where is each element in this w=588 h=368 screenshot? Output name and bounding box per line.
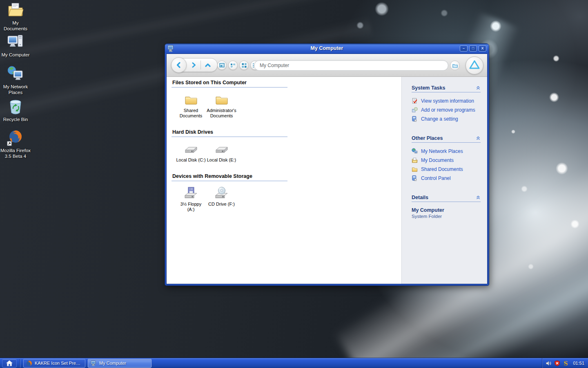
link-change-a-setting[interactable]: Change a setting <box>412 115 481 122</box>
section-title: Devices with Removable Storage <box>172 173 287 181</box>
cd-drive-icon <box>215 186 229 200</box>
system-tasks-panel: System Tasks <box>412 85 481 122</box>
section-items: Shared Documents <box>176 93 287 119</box>
panel-links: View system information <box>412 97 481 122</box>
item-shared-documents[interactable]: Shared Documents <box>176 93 206 119</box>
maximize-button[interactable]: □ <box>469 45 477 52</box>
up-button[interactable] <box>202 59 214 71</box>
window-body: My Computer <box>166 54 488 284</box>
window-controls: – □ X <box>460 45 486 52</box>
collapse-chevron-icon[interactable] <box>476 136 481 140</box>
item-label: Local Disk (C:) <box>176 157 205 163</box>
task-my-computer[interactable]: My Computer <box>88 359 151 368</box>
item-administrators-documents[interactable]: Administrator's Documents <box>206 93 237 119</box>
back-button[interactable] <box>171 57 187 73</box>
desktop-icon-my-computer[interactable]: My Computer <box>0 33 31 58</box>
taskbar-divider <box>20 359 20 368</box>
task-kakre-icon-set[interactable]: KAKRE Icon Set Previ... <box>23 359 85 368</box>
hard-disk-icon <box>215 142 229 156</box>
link-view-system-information[interactable]: View system information <box>412 97 481 104</box>
details-item-name: My Computer <box>412 207 481 213</box>
navigation-group <box>172 58 218 72</box>
logo-button[interactable] <box>466 56 483 74</box>
add-remove-programs-icon <box>412 107 418 113</box>
panel-links: My Network Places My Documents <box>412 148 481 182</box>
go-button[interactable] <box>450 61 460 70</box>
task-sidebar: System Tasks <box>401 77 487 284</box>
address-bar[interactable]: My Computer <box>254 60 448 71</box>
desktop-icon-my-documents[interactable]: My Documents <box>0 1 31 31</box>
toolbar: My Computer <box>167 54 487 77</box>
desktop-icon-label: Recycle Bin <box>3 117 28 122</box>
desktop-icon-label: My Computer <box>1 52 29 58</box>
forward-icon <box>190 62 197 68</box>
link-my-documents[interactable]: My Documents <box>412 157 481 164</box>
collapse-chevron-icon[interactable] <box>476 195 481 200</box>
taskbar-clock[interactable]: 01:51 <box>573 361 584 366</box>
folder-icon <box>184 93 198 107</box>
icons-view-icon <box>242 63 247 68</box>
desktop: My Documents My Computer <box>0 0 588 368</box>
section-files-stored: Files Stored on This Computer Shared <box>172 80 287 119</box>
firefox-icon <box>7 128 24 146</box>
desktop-icon-label: My Documents <box>0 20 31 31</box>
up-icon <box>204 62 212 68</box>
go-folder-icon <box>452 63 458 68</box>
panel-header: System Tasks <box>412 85 481 92</box>
tiles-view-icon <box>230 63 236 67</box>
link-control-panel[interactable]: Control Panel <box>412 175 481 182</box>
shared-folder-icon <box>412 166 418 172</box>
taskbar: KAKRE Icon Set Previ... My Computer <box>0 358 588 368</box>
security-alert-icon[interactable] <box>554 360 560 366</box>
link-shared-documents[interactable]: Shared Documents <box>412 166 481 173</box>
system-tray: S 01:51 <box>542 358 588 368</box>
my-computer-icon <box>91 360 97 366</box>
panel-header: Other Places <box>412 135 481 143</box>
change-setting-icon <box>412 116 418 122</box>
link-my-network-places[interactable]: My Network Places <box>412 148 481 155</box>
hard-disk-icon <box>184 142 198 156</box>
start-button[interactable] <box>2 359 17 368</box>
collapse-chevron-icon[interactable] <box>476 86 481 90</box>
panel-title: System Tasks <box>412 85 445 91</box>
desktop-icon-label: My Network Places <box>3 84 28 95</box>
recycle-bin-icon <box>7 97 24 115</box>
my-computer-icon <box>7 33 24 51</box>
thumbnails-view-icon <box>219 63 225 67</box>
section-removable-storage: Devices with Removable Storage <box>172 173 287 212</box>
details-panel: Details My Computer System Folder <box>412 195 481 219</box>
back-icon <box>175 61 183 69</box>
section-title: Files Stored on This Computer <box>172 80 287 88</box>
volume-icon[interactable] <box>546 360 552 366</box>
toolbar-divider <box>200 61 201 70</box>
svg-text:S: S <box>564 360 568 366</box>
window-title: My Computer <box>165 45 489 51</box>
section-title: Hard Disk Drives <box>172 129 287 137</box>
icons-view-button[interactable] <box>239 61 249 70</box>
floppy-drive-icon <box>184 186 198 200</box>
desktop-icon-firefox[interactable]: Mozilla Firefox 3.5 Beta 4 <box>0 128 31 159</box>
desktop-icon-my-network-places[interactable]: My Network Places <box>0 65 31 95</box>
tiles-view-button[interactable] <box>228 61 238 70</box>
panel-title: Details <box>412 195 428 200</box>
item-local-disk-e[interactable]: Local Disk (E:) <box>206 142 237 163</box>
panel-header: Details <box>412 195 481 202</box>
forward-button[interactable] <box>187 59 200 71</box>
item-floppy-a[interactable]: 3½ Floppy (A:) <box>176 186 206 212</box>
window-content: Files Stored on This Computer Shared <box>167 77 487 284</box>
thumbnails-view-button[interactable] <box>217 61 227 70</box>
logo-triangle-icon <box>466 56 483 74</box>
link-add-remove-programs[interactable]: Add or remove programs <box>412 106 481 113</box>
folder-view: Files Stored on This Computer Shared <box>167 77 401 284</box>
my-computer-window: My Computer – □ X <box>165 44 489 285</box>
antispyware-icon[interactable]: S <box>563 360 569 366</box>
item-cd-drive-f[interactable]: CD Drive (F:) <box>206 186 237 212</box>
item-local-disk-c[interactable]: Local Disk (C:) <box>176 142 206 163</box>
desktop-icon-recycle-bin[interactable]: Recycle Bin <box>0 97 31 122</box>
minimize-button[interactable]: – <box>460 45 468 52</box>
documents-folder-icon <box>412 157 418 163</box>
item-label: Shared Documents <box>180 108 203 119</box>
window-titlebar[interactable]: My Computer – □ X <box>165 44 489 54</box>
system-info-icon <box>412 98 418 104</box>
close-button[interactable]: X <box>479 45 486 52</box>
